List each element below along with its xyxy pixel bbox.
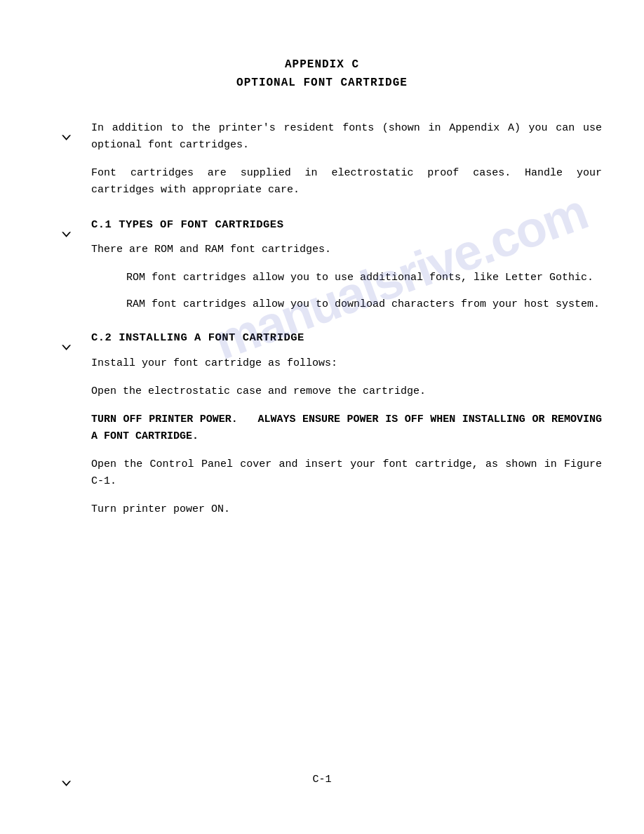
- c2-bold-warning: TURN OFF PRINTER POWER. ALWAYS ENSURE PO…: [91, 413, 602, 442]
- c2-para-power: TURN OFF PRINTER POWER. ALWAYS ENSURE PO…: [91, 411, 602, 445]
- footer-marker: ⌄: [60, 769, 72, 792]
- marker-col-c2: ⌄: [42, 330, 91, 356]
- c1-para-1: There are ROM and RAM font cartridges.: [91, 241, 602, 258]
- section-marker-intro: ⌄: [60, 123, 72, 146]
- page-footer: ⌄ C-1: [0, 769, 644, 792]
- c2-para-turn-on: Turn printer power ON.: [91, 501, 602, 518]
- text-col-c2: C.2 INSTALLING A FONT CARTRIDGE Install …: [91, 330, 602, 529]
- intro-para-1: In addition to the printer's resident fo…: [91, 120, 602, 154]
- c2-para-install: Install your font cartridge as follows:: [91, 355, 602, 372]
- text-col-c1: C.1 TYPES OF FONT CARTRIDGES There are R…: [91, 217, 602, 323]
- text-col-intro: In addition to the printer's resident fo…: [91, 120, 602, 210]
- c2-para-control-panel: Open the Control Panel cover and insert …: [91, 456, 602, 490]
- section-c2: ⌄ C.2 INSTALLING A FONT CARTRIDGE Instal…: [42, 330, 602, 529]
- section-marker-c1: ⌄: [60, 220, 72, 243]
- section-intro: ⌄ In addition to the printer's resident …: [42, 120, 602, 210]
- page-title-line1: APPENDIX C: [42, 56, 602, 74]
- c2-heading: C.2 INSTALLING A FONT CARTRIDGE: [91, 330, 602, 346]
- page-title-line2: OPTIONAL FONT CARTRIDGE: [42, 74, 602, 93]
- footer-marker-col: ⌄: [42, 769, 91, 792]
- c1-heading: C.1 TYPES OF FONT CARTRIDGES: [91, 217, 602, 233]
- section-marker-c2: ⌄: [60, 333, 72, 356]
- marker-col-c1: ⌄: [42, 217, 91, 243]
- page: APPENDIX C OPTIONAL FONT CARTRIDGE manua…: [0, 0, 644, 834]
- page-number: C-1: [91, 772, 553, 788]
- intro-para-2: Font cartridges are supplied in electros…: [91, 165, 602, 199]
- c1-indented-2: RAM font cartridges allow you to downloa…: [126, 296, 602, 313]
- marker-col-intro: ⌄: [42, 120, 91, 146]
- c1-indented-1: ROM font cartridges allow you to use add…: [126, 270, 602, 286]
- c2-para-open: Open the electrostatic case and remove t…: [91, 383, 602, 400]
- page-header: APPENDIX C OPTIONAL FONT CARTRIDGE: [42, 56, 602, 92]
- section-c1: ⌄ C.1 TYPES OF FONT CARTRIDGES There are…: [42, 217, 602, 323]
- content-area: ⌄ In addition to the printer's resident …: [42, 120, 602, 529]
